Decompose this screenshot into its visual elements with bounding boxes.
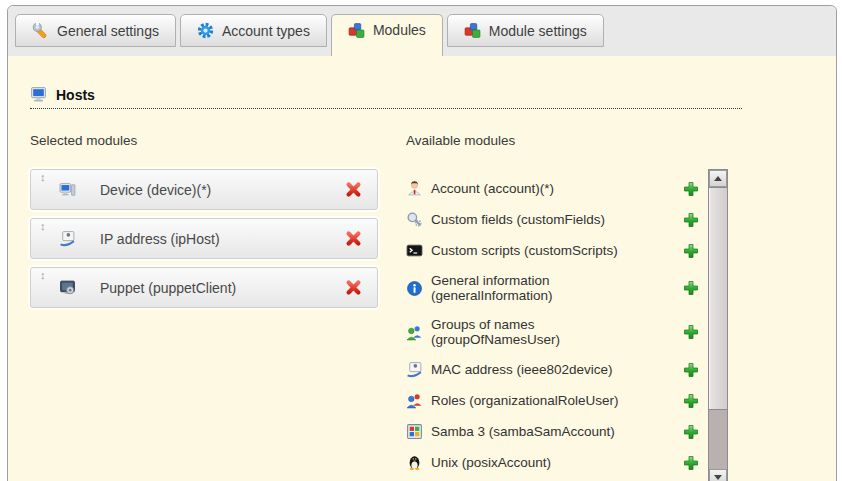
puppet-icon bbox=[59, 279, 76, 296]
available-module-generalinformation: General information (generalInformation) bbox=[406, 273, 705, 303]
available-module-groupofnames: Groups of names (groupOfNamesUser) bbox=[406, 317, 705, 347]
hosts-section-header: Hosts bbox=[30, 86, 742, 109]
arrow-up-icon bbox=[714, 176, 722, 181]
monitor-icon bbox=[30, 86, 47, 103]
add-module-icon[interactable] bbox=[683, 212, 699, 228]
network-icon bbox=[59, 230, 76, 247]
tab-module-settings[interactable]: Module settings bbox=[447, 14, 604, 47]
scrollbar-thumb[interactable] bbox=[709, 187, 727, 410]
available-module-label: Groups of names (groupOfNamesUser) bbox=[431, 317, 663, 347]
drag-handle-icon[interactable]: ↕ bbox=[40, 172, 46, 183]
tab-modules[interactable]: Modules bbox=[331, 14, 443, 56]
device-icon bbox=[59, 181, 76, 198]
available-module-account: Account (account)(*) bbox=[406, 180, 705, 197]
selected-module-label: IP address (ipHost) bbox=[100, 231, 220, 247]
modules-panel: Hosts Selected modules ↕ bbox=[8, 56, 836, 481]
available-module-label: Roles (organizationalRoleUser) bbox=[431, 393, 663, 408]
available-modules-scrollbar[interactable] bbox=[708, 169, 728, 481]
add-module-icon[interactable] bbox=[683, 362, 699, 378]
section-title: Hosts bbox=[56, 87, 95, 103]
network-icon bbox=[406, 361, 423, 378]
available-module-label: Account (account)(*) bbox=[431, 181, 663, 196]
tux-icon bbox=[406, 454, 423, 471]
available-module-label: Samba 3 (sambaSamAccount) bbox=[431, 424, 663, 439]
tab-label: General settings bbox=[57, 23, 159, 39]
available-module-label: MAC address (ieee802device) bbox=[431, 362, 663, 377]
remove-module-icon[interactable] bbox=[345, 181, 362, 198]
scrollbar-track[interactable] bbox=[709, 410, 727, 469]
available-module-unix: Unix (posixAccount) bbox=[406, 454, 705, 471]
settings-panel: General settings Account types Modul bbox=[7, 5, 837, 481]
roles-icon bbox=[406, 392, 423, 409]
drag-handle-icon[interactable]: ↕ bbox=[40, 221, 46, 232]
magnifier-gear-icon bbox=[406, 211, 423, 228]
add-module-icon[interactable] bbox=[683, 280, 699, 296]
person-icon bbox=[406, 180, 423, 197]
tab-label: Account types bbox=[222, 23, 310, 39]
add-module-icon[interactable] bbox=[683, 424, 699, 440]
tab-label: Module settings bbox=[489, 23, 587, 39]
add-module-icon[interactable] bbox=[683, 324, 699, 340]
info-icon bbox=[406, 280, 423, 297]
selected-module-puppet[interactable]: ↕ Puppet (puppetClient) bbox=[30, 267, 378, 308]
scroll-down-button[interactable] bbox=[709, 469, 727, 481]
wrench-icon bbox=[32, 22, 49, 39]
tab-general-settings[interactable]: General settings bbox=[15, 14, 176, 47]
arrow-down-icon bbox=[714, 475, 722, 480]
available-module-label: General information (generalInformation) bbox=[431, 273, 663, 303]
drag-handle-icon[interactable]: ↕ bbox=[40, 270, 46, 281]
scroll-up-button[interactable] bbox=[709, 170, 727, 187]
gear-icon bbox=[197, 22, 214, 39]
add-module-icon[interactable] bbox=[683, 243, 699, 259]
available-modules-label: Available modules bbox=[406, 133, 728, 148]
available-module-macaddress: MAC address (ieee802device) bbox=[406, 361, 705, 378]
tab-label: Modules bbox=[373, 22, 426, 38]
add-module-icon[interactable] bbox=[683, 393, 699, 409]
available-module-label: Unix (posixAccount) bbox=[431, 455, 663, 470]
remove-module-icon[interactable] bbox=[345, 230, 362, 247]
remove-module-icon[interactable] bbox=[345, 279, 362, 296]
terminal-icon bbox=[406, 242, 423, 259]
modules-icon bbox=[348, 22, 365, 39]
available-module-roles: Roles (organizationalRoleUser) bbox=[406, 392, 705, 409]
samba-icon bbox=[406, 423, 423, 440]
selected-module-label: Device (device)(*) bbox=[100, 182, 211, 198]
available-module-samba3: Samba 3 (sambaSamAccount) bbox=[406, 423, 705, 440]
modules-icon bbox=[464, 22, 481, 39]
available-module-customfields: Custom fields (customFields) bbox=[406, 211, 705, 228]
available-modules-list: Account (account)(*) bbox=[406, 169, 705, 481]
selected-modules-label: Selected modules bbox=[30, 133, 378, 148]
group-icon bbox=[406, 324, 423, 341]
available-module-customscripts: Custom scripts (customScripts) bbox=[406, 242, 705, 259]
add-module-icon[interactable] bbox=[683, 181, 699, 197]
add-module-icon[interactable] bbox=[683, 455, 699, 471]
selected-module-iphost[interactable]: ↕ IP address (ipHost) bbox=[30, 218, 378, 259]
tab-account-types[interactable]: Account types bbox=[180, 14, 327, 47]
tab-bar: General settings Account types Modul bbox=[8, 6, 836, 56]
selected-module-device[interactable]: ↕ Device (device)(*) bbox=[30, 169, 378, 210]
available-module-label: Custom scripts (customScripts) bbox=[431, 243, 663, 258]
selected-module-label: Puppet (puppetClient) bbox=[100, 280, 236, 296]
available-module-label: Custom fields (customFields) bbox=[431, 212, 663, 227]
